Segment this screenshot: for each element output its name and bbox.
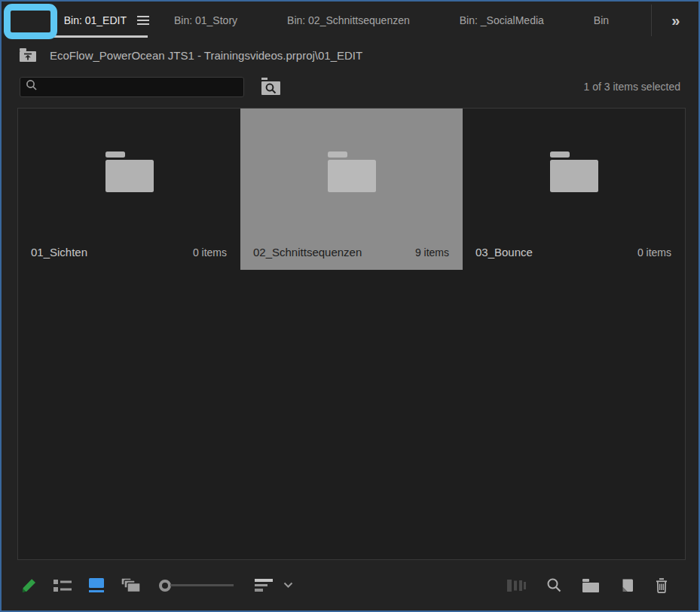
find-button[interactable]: [546, 577, 562, 593]
toolbar-right-group: [506, 577, 680, 594]
zoom-slider-knob[interactable]: [159, 580, 171, 592]
list-view-button[interactable]: [53, 579, 72, 592]
freeform-view-button[interactable]: [121, 577, 141, 593]
active-tab-underline: [23, 35, 148, 38]
bin-name: 03_Bounce: [475, 246, 533, 259]
tile-label-row: 02_Schnittsequenzen 9 items: [253, 246, 449, 259]
bin-item-count: 9 items: [415, 246, 449, 259]
bin-tile-row: 01_Sichten 0 items 02_Schnittsequenzen 9…: [18, 109, 685, 270]
bin-tile-03-bounce[interactable]: 03_Bounce 0 items: [463, 109, 685, 270]
panel-menu-icon[interactable]: [137, 16, 149, 25]
tab-bin-01-story[interactable]: Bin: 01_Story: [149, 2, 262, 39]
tab-label: Bin: [594, 14, 609, 26]
selection-status: 1 of 3 items selected: [584, 81, 680, 93]
folder-icon: [549, 151, 599, 196]
new-item-button[interactable]: [619, 578, 634, 593]
bin-content-area[interactable]: 01_Sichten 0 items 02_Schnittsequenzen 9…: [17, 108, 686, 560]
icon-view-button[interactable]: [88, 577, 105, 593]
folder-icon: [105, 151, 154, 196]
tab-bin-02-schnittsequenzen[interactable]: Bin: 02_Schnittsequenzen: [262, 2, 435, 39]
bin-name: 01_Sichten: [31, 246, 87, 259]
tab-bin-01-edit[interactable]: Bin: 01_EDIT: [2, 2, 149, 39]
breadcrumb: EcoFlow_PowerOcean JTS1 - Trainingsvideo…: [2, 39, 698, 71]
zoom-slider-track[interactable]: [170, 584, 234, 586]
delete-button[interactable]: [654, 577, 669, 594]
sort-order-button[interactable]: [255, 579, 273, 592]
tile-label-row: 01_Sichten 0 items: [31, 246, 227, 259]
bin-tile-01-sichten[interactable]: 01_Sichten 0 items: [18, 109, 240, 270]
project-bin-panel: Bin: 01_EDIT Bin: 01_Story Bin: 02_Schni…: [0, 0, 700, 612]
folder-icon: [327, 151, 377, 196]
tab-label: Bin: 02_Schnittsequenzen: [287, 14, 410, 26]
search-box[interactable]: [20, 77, 244, 97]
search-row: 1 of 3 items selected: [2, 71, 698, 103]
toolbar-left-group: [20, 577, 309, 594]
panel-tab-bar: Bin: 01_EDIT Bin: 01_Story Bin: 02_Schni…: [2, 2, 698, 39]
breadcrumb-path: EcoFlow_PowerOcean JTS1 - Trainingsvideo…: [50, 49, 362, 62]
tab-bin-truncated[interactable]: Bin: [569, 2, 651, 39]
search-icon: [26, 79, 38, 94]
bin-item-count: 0 items: [193, 246, 227, 259]
tile-label-row: 03_Bounce 0 items: [475, 246, 671, 259]
new-bin-button[interactable]: [582, 578, 600, 593]
tab-overflow-chevron-icon[interactable]: »: [652, 2, 698, 39]
tab-label: Bin: 01_Story: [174, 14, 237, 26]
bottom-toolbar: [2, 560, 698, 610]
zoom-slider[interactable]: [159, 580, 234, 592]
tab-label: Bin: _SocialMedia: [460, 14, 544, 26]
create-search-bin-button[interactable]: [261, 78, 282, 96]
search-input[interactable]: [42, 81, 238, 93]
automate-to-sequence-button[interactable]: [506, 579, 527, 592]
bin-name: 02_Schnittsequenzen: [253, 246, 362, 259]
writable-pencil-icon: [20, 577, 37, 594]
bin-item-count: 0 items: [637, 246, 671, 259]
tab-label: Bin: 01_EDIT: [64, 14, 127, 26]
bin-tile-02-schnittsequenzen[interactable]: 02_Schnittsequenzen 9 items: [240, 109, 463, 270]
sort-chevron-down-icon[interactable]: [283, 582, 293, 589]
tab-bin-socialmedia[interactable]: Bin: _SocialMedia: [435, 2, 569, 39]
navigate-up-icon[interactable]: [19, 47, 38, 63]
